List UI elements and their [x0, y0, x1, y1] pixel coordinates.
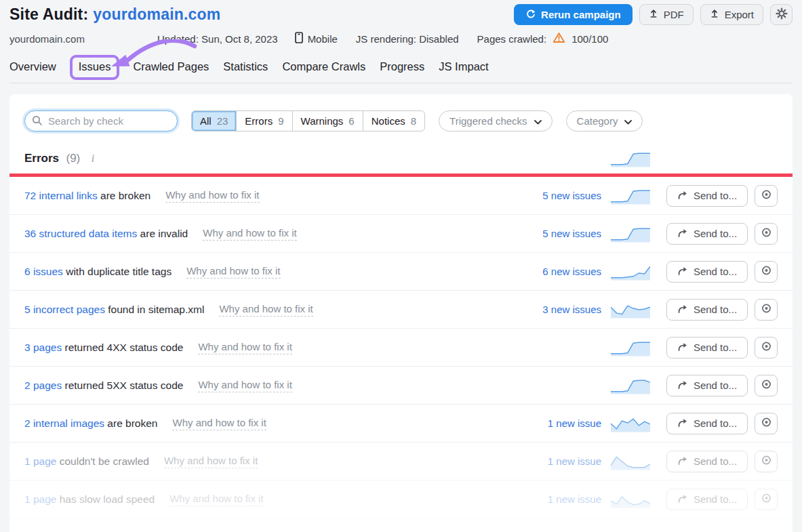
issue-description-rest: are invalid — [140, 228, 188, 239]
tab-bar: Overview Issues Crawled Pages Statistics… — [9, 60, 793, 83]
gear-icon — [776, 7, 788, 22]
pdf-button[interactable]: PDF — [639, 4, 694, 25]
send-to-button[interactable]: Send to... — [666, 299, 748, 321]
filter-errors-label: Errors — [245, 115, 273, 127]
export-button[interactable]: Export — [700, 4, 763, 25]
send-to-button[interactable]: Send to... — [666, 489, 748, 510]
why-how-to-fix-link[interactable]: Why and how to fix it — [164, 455, 258, 468]
issue-link[interactable]: 1 page — [24, 455, 56, 467]
eye-icon — [761, 379, 772, 392]
hide-issue-button[interactable] — [755, 489, 778, 510]
send-to-label: Send to... — [694, 380, 737, 391]
why-how-to-fix-link[interactable]: Why and how to fix it — [219, 303, 313, 316]
triggered-checks-dropdown[interactable]: Triggered checks — [439, 110, 553, 131]
new-issues-link[interactable]: 5 new issues — [542, 190, 601, 201]
category-dropdown[interactable]: Category — [566, 110, 643, 131]
filter-notices-label: Notices — [372, 115, 405, 127]
forward-arrow-icon — [677, 190, 687, 201]
search-box — [24, 110, 178, 131]
new-issues-link[interactable]: 3 new issues — [542, 304, 601, 315]
send-to-button[interactable]: Send to... — [666, 223, 748, 245]
new-issues-link[interactable]: 1 new issue — [548, 455, 601, 467]
filter-all[interactable]: All 23 — [192, 111, 236, 131]
filter-notices[interactable]: Notices 8 — [363, 111, 424, 131]
tab-issues[interactable]: Issues — [79, 60, 111, 73]
filter-warnings[interactable]: Warnings 6 — [292, 111, 363, 131]
forward-arrow-icon — [677, 342, 687, 353]
why-how-to-fix-link[interactable]: Why and how to fix it — [172, 417, 266, 430]
export-label: Export — [725, 9, 754, 20]
issue-description: 72 internal links are broken — [24, 190, 151, 202]
hide-issue-button[interactable] — [755, 299, 778, 321]
issue-link[interactable]: 72 internal links — [24, 190, 98, 201]
hide-issue-button[interactable] — [755, 261, 778, 283]
pdf-label: PDF — [664, 9, 684, 20]
project-name: yourdomain.com — [9, 33, 157, 45]
filter-row: All 23 Errors 9 Warnings 6 Notices 8 Tri… — [24, 110, 778, 131]
why-how-to-fix-link[interactable]: Why and how to fix it — [165, 189, 259, 203]
project-domain-link[interactable]: yourdomain.com — [93, 5, 220, 23]
tab-progress[interactable]: Progress — [380, 60, 424, 73]
tab-statistics[interactable]: Statistics — [223, 60, 268, 73]
forward-arrow-icon — [677, 417, 687, 429]
issue-trend-sparkline — [611, 491, 650, 508]
tab-crawled-pages[interactable]: Crawled Pages — [133, 60, 209, 73]
hide-issue-button[interactable] — [755, 185, 778, 207]
js-rendering-status: JS rendering: Disabled — [356, 33, 459, 45]
filter-errors[interactable]: Errors 9 — [236, 111, 292, 131]
settings-button[interactable] — [770, 4, 793, 25]
filter-warnings-count: 6 — [348, 115, 354, 127]
why-how-to-fix-link[interactable]: Why and how to fix it — [186, 265, 280, 279]
info-icon[interactable]: i — [92, 152, 94, 164]
issue-link[interactable]: 36 structured data items — [24, 228, 137, 239]
why-how-to-fix-link[interactable]: Why and how to fix it — [198, 341, 292, 354]
issue-description-rest: returned 4XX status code — [64, 342, 183, 353]
device-indicator: Mobile — [295, 32, 338, 45]
new-issues-link[interactable]: 5 new issues — [542, 228, 601, 239]
send-to-button[interactable]: Send to... — [666, 185, 748, 207]
tab-overview[interactable]: Overview — [9, 60, 56, 73]
issue-row: 72 internal links are broken Why and how… — [9, 177, 793, 215]
send-to-button[interactable]: Send to... — [666, 375, 748, 396]
send-to-button[interactable]: Send to... — [666, 261, 748, 283]
tab-js-impact[interactable]: JS Impact — [439, 60, 488, 73]
send-to-button[interactable]: Send to... — [666, 451, 748, 472]
issue-trend-sparkline — [611, 453, 650, 470]
issue-description: 5 incorrect pages found in sitemap.xml — [24, 304, 204, 316]
chevron-down-icon — [534, 115, 542, 127]
new-issues-link[interactable]: 6 new issues — [542, 266, 601, 277]
new-issues-link[interactable]: 1 new issue — [548, 417, 601, 429]
issue-trend-sparkline — [611, 377, 650, 394]
hide-issue-button[interactable] — [755, 337, 778, 359]
why-how-to-fix-link[interactable]: Why and how to fix it — [203, 227, 296, 241]
issue-trend-sparkline — [611, 301, 650, 319]
tab-compare-crawls[interactable]: Compare Crawls — [282, 60, 365, 73]
search-input[interactable] — [24, 110, 178, 131]
upload-icon — [710, 9, 719, 20]
forward-arrow-icon — [677, 380, 687, 391]
new-issues-link[interactable]: 1 new issue — [548, 493, 601, 505]
send-to-label: Send to... — [694, 190, 737, 201]
send-to-button[interactable]: Send to... — [666, 337, 748, 359]
why-how-to-fix-link[interactable]: Why and how to fix it — [198, 379, 292, 392]
send-to-button[interactable]: Send to... — [666, 413, 748, 434]
mobile-phone-icon — [295, 32, 303, 45]
issue-link[interactable]: 2 internal images — [24, 417, 104, 429]
issue-description: 6 issues with duplicate title tags — [24, 266, 172, 278]
chevron-down-icon — [624, 115, 632, 127]
issue-link[interactable]: 3 pages — [24, 342, 62, 353]
errors-section-header: Errors (9) i — [24, 149, 778, 168]
issue-link[interactable]: 2 pages — [24, 380, 62, 391]
issue-link[interactable]: 5 incorrect pages — [24, 304, 105, 315]
issue-link[interactable]: 6 issues — [24, 266, 63, 277]
warning-triangle-icon — [553, 32, 565, 45]
rerun-campaign-button[interactable]: Rerun campaign — [514, 4, 633, 25]
rerun-campaign-label: Rerun campaign — [541, 9, 621, 20]
hide-issue-button[interactable] — [755, 413, 778, 434]
hide-issue-button[interactable] — [755, 451, 778, 472]
why-how-to-fix-link[interactable]: Why and how to fix it — [169, 493, 263, 506]
hide-issue-button[interactable] — [755, 223, 778, 245]
hide-issue-button[interactable] — [755, 375, 778, 396]
issue-link[interactable]: 1 page — [24, 493, 56, 505]
section-count: (9) — [66, 152, 80, 165]
